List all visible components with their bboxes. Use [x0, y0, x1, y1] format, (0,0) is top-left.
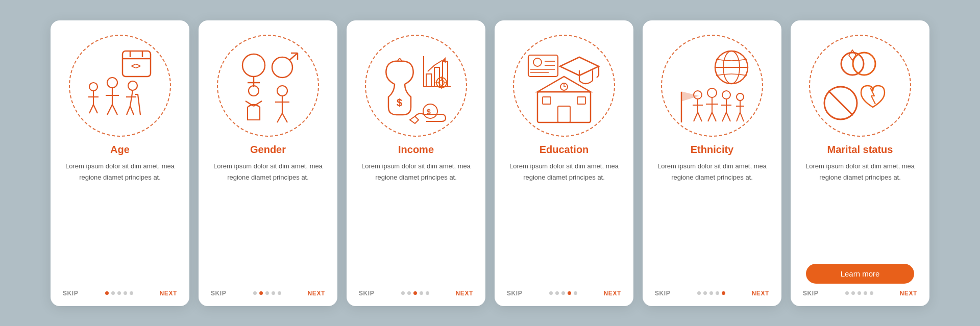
dot-5	[130, 291, 133, 295]
education-skip[interactable]: SKIP	[507, 290, 522, 297]
dot-3	[413, 291, 417, 295]
ethnicity-title: Ethnicity	[691, 144, 733, 156]
dot-1	[697, 291, 701, 295]
dot-2	[259, 291, 263, 295]
svg-point-73	[707, 88, 717, 97]
svg-line-14	[112, 105, 117, 115]
card-education: Education Lorem ipsum dolor sit dim amet…	[495, 20, 633, 306]
income-illustration: $ $	[375, 46, 457, 125]
education-footer: SKIP NEXT	[504, 290, 624, 297]
ethnicity-illustration	[671, 46, 753, 125]
svg-rect-65	[577, 97, 585, 104]
gender-nav: SKIP NEXT	[208, 290, 328, 297]
age-body: Lorem ipsum dolor sit dim amet, mea regi…	[60, 161, 180, 183]
card-ethnicity: Ethnicity Lorem ipsum dolor sit dim amet…	[643, 20, 781, 306]
gender-skip[interactable]: SKIP	[211, 290, 226, 297]
svg-point-83	[722, 91, 730, 99]
marital-status-dots	[845, 291, 873, 295]
dot-2	[703, 291, 707, 295]
age-next[interactable]: NEXT	[160, 290, 177, 297]
svg-text:<>: <>	[131, 62, 141, 70]
dot-5	[278, 291, 281, 295]
age-skip[interactable]: SKIP	[63, 290, 78, 297]
svg-point-29	[249, 86, 259, 96]
dot-1	[845, 291, 849, 295]
svg-point-88	[737, 93, 744, 101]
svg-line-81	[694, 112, 698, 121]
education-illustration	[523, 46, 605, 125]
marital-status-skip[interactable]: SKIP	[803, 290, 818, 297]
gender-title: Gender	[250, 144, 286, 156]
age-footer: SKIP NEXT	[60, 290, 180, 297]
ethnicity-footer: SKIP NEXT	[652, 290, 772, 297]
svg-line-36	[282, 113, 287, 122]
dot-1	[401, 291, 405, 295]
svg-rect-55	[528, 55, 558, 77]
income-body: Lorem ipsum dolor sit dim amet, mea regi…	[356, 161, 476, 183]
svg-point-22	[242, 54, 265, 77]
svg-point-15	[128, 81, 137, 90]
svg-text:$: $	[397, 97, 402, 108]
svg-line-35	[277, 113, 282, 122]
dot-3	[709, 291, 713, 295]
gender-dots	[253, 291, 281, 295]
svg-line-76	[708, 112, 712, 121]
svg-point-56	[533, 58, 542, 66]
svg-rect-63	[558, 106, 570, 122]
ethnicity-next[interactable]: NEXT	[752, 290, 769, 297]
education-title: Education	[540, 144, 589, 156]
dot-5	[722, 291, 725, 295]
income-skip[interactable]: SKIP	[359, 290, 374, 297]
svg-line-91	[737, 112, 740, 121]
svg-line-20	[138, 94, 140, 115]
svg-rect-64	[543, 97, 551, 104]
gender-next[interactable]: NEXT	[308, 290, 325, 297]
age-title: Age	[110, 144, 130, 156]
dot-4	[568, 291, 571, 295]
marital-status-nav: SKIP NEXT	[800, 290, 920, 297]
svg-rect-39	[426, 74, 431, 87]
dot-3	[561, 291, 565, 295]
dot-3	[117, 291, 121, 295]
dot-2	[555, 291, 559, 295]
marital-status-illustration	[819, 46, 901, 125]
learn-more-button[interactable]: Learn more	[806, 264, 914, 284]
dot-5	[426, 291, 429, 295]
dot-5	[870, 291, 873, 295]
gender-icon-area	[217, 35, 319, 137]
marital-status-next[interactable]: NEXT	[900, 290, 917, 297]
income-title: Income	[398, 144, 434, 156]
age-dots	[105, 291, 133, 295]
cards-container: <>	[30, 5, 950, 321]
dot-1	[105, 291, 109, 295]
svg-point-5	[89, 83, 97, 91]
ethnicity-dots	[697, 291, 725, 295]
dot-4	[272, 291, 275, 295]
dot-1	[253, 291, 257, 295]
card-marital-status: Marital status Lorem ipsum dolor sit dim…	[791, 20, 929, 306]
education-icon-area	[513, 35, 615, 137]
gender-footer: SKIP NEXT	[208, 290, 328, 297]
gender-illustration	[227, 46, 309, 125]
svg-rect-61	[537, 92, 591, 122]
svg-line-9	[93, 105, 97, 113]
ethnicity-nav: SKIP NEXT	[652, 290, 772, 297]
dot-4	[864, 291, 867, 295]
svg-line-16	[130, 90, 133, 106]
dot-4	[716, 291, 719, 295]
education-next[interactable]: NEXT	[604, 290, 621, 297]
ethnicity-skip[interactable]: SKIP	[655, 290, 670, 297]
age-icon-area: <>	[69, 35, 171, 137]
education-body: Lorem ipsum dolor sit dim amet, mea regi…	[504, 161, 624, 183]
svg-line-97	[828, 91, 853, 115]
dot-2	[407, 291, 411, 295]
svg-line-13	[107, 105, 112, 115]
card-gender: Gender Lorem ipsum dolor sit dim amet, m…	[199, 20, 337, 306]
svg-line-92	[740, 112, 744, 121]
income-nav: SKIP NEXT	[356, 290, 476, 297]
dot-1	[549, 291, 553, 295]
ethnicity-body: Lorem ipsum dolor sit dim amet, mea regi…	[652, 161, 772, 183]
svg-point-10	[107, 78, 117, 88]
marital-status-title: Marital status	[827, 144, 893, 156]
income-next[interactable]: NEXT	[456, 290, 473, 297]
